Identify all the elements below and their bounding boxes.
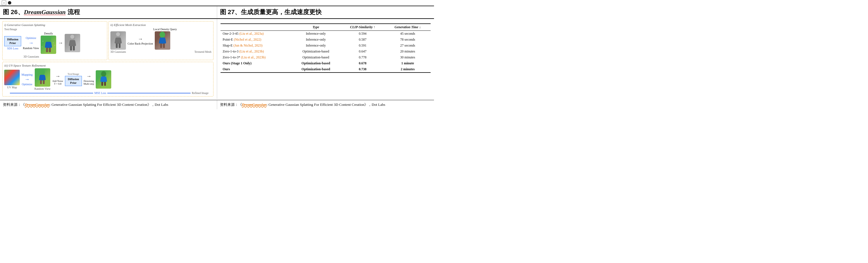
col-clip: CLIP-Similarity ↑: [341, 24, 385, 31]
cell-time: 2 minutes: [385, 66, 431, 72]
cell-time: 27 seconds: [385, 43, 431, 48]
color-bp-label: Color Back-Projection: [128, 42, 153, 45]
sds-loss-label: SDS Loss: [7, 47, 18, 50]
source-bar: 资料来源：《DreamGaussian: Generative Gaussian…: [0, 100, 434, 109]
cell-clip: 0.594: [341, 31, 385, 37]
cell-clip: 0.738: [341, 66, 385, 72]
mse-loss-label: MSE Loss: [94, 92, 106, 95]
table-row: Point-E (Nichol et al., 2022)Inference-o…: [220, 37, 431, 43]
optimize-label-1: Optimize: [26, 36, 36, 39]
character-3d-gaussian-1: [41, 36, 56, 54]
cell-type: Optimization-based: [291, 55, 341, 60]
uv-map-image: [4, 70, 20, 85]
left-panel: i) Generative Gaussian Splatting Text/Im…: [0, 19, 217, 99]
table-row: Zero-1-to-3* (Liu et al., 2023b)Optimiza…: [220, 55, 431, 60]
left-figure-title-bar: 图 26、DreamGaussian 流程: [0, 6, 217, 18]
svg-rect-43: [101, 82, 103, 86]
section-ii-char-1: [111, 31, 126, 50]
section-i-diagram: i) Generative Gaussian Splatting Text/Im…: [2, 21, 107, 60]
svg-rect-16: [73, 46, 75, 51]
uv-map-label: UV Map: [7, 86, 17, 89]
right-panel: Type CLIP-Similarity ↑ Generation Time ↓…: [217, 19, 434, 99]
svg-rect-22: [116, 43, 118, 48]
svg-rect-15: [70, 46, 72, 51]
optimize-label-2: Optimize: [22, 83, 32, 86]
left-figure-number: 图 26、DreamGaussian 流程: [3, 8, 80, 15]
cell-type: Inference-only: [291, 43, 341, 48]
svg-rect-5: [49, 48, 51, 52]
svg-rect-36: [40, 80, 42, 84]
table-row: One-2-3-45 (Liu et al., 2023a)Inference-…: [220, 31, 431, 37]
cell-type: Optimization-based: [291, 48, 341, 55]
section-iii-label: iii) UV-Space Texture Refinement: [4, 64, 212, 67]
refined-image-label: Refined Image: [192, 92, 208, 95]
svg-rect-29: [160, 43, 162, 48]
svg-point-7: [42, 41, 43, 42]
svg-point-31: [160, 32, 164, 36]
col-time: Generation Time ↓: [385, 24, 431, 31]
section-ii-diagram: ii) Efficient Mesh Extraction Local Dens…: [108, 21, 214, 60]
main-content: i) Generative Gaussian Splatting Text/Im…: [0, 18, 434, 99]
svg-rect-44: [104, 82, 106, 86]
svg-point-17: [70, 35, 74, 39]
mapping-label: Mapping: [22, 73, 33, 76]
cell-clip: 0.647: [341, 48, 385, 55]
cell-clip: 0.678: [341, 60, 385, 66]
random-view-label-1: Random View: [23, 46, 39, 50]
source-right: 资料来源：《DreamGaussian: Generative Gaussian…: [217, 100, 434, 109]
text-image-label-1: Text/Image: [4, 28, 17, 31]
right-figure-title: 图 27、生成质量更高，生成速度更快: [220, 8, 322, 15]
cell-method: Shap-E (Jun & Nichol, 2023): [220, 43, 291, 48]
cell-method: Zero-1-to-3 (Liu et al., 2023b): [220, 48, 291, 55]
svg-rect-23: [119, 43, 121, 48]
cell-type: Inference-only: [291, 31, 341, 37]
right-figure-title-bar: 图 27、生成质量更高，生成速度更快: [217, 6, 434, 18]
svg-point-45: [102, 72, 105, 75]
add-noise-label: Add NoiseT = 0.8: [52, 79, 63, 85]
cell-method: Ours (Stage 1 Only): [220, 60, 291, 66]
status-dot: [8, 1, 11, 4]
comparison-table: Type CLIP-Similarity ↑ Generation Time ↓…: [220, 24, 431, 73]
svg-rect-4: [46, 48, 48, 52]
section-iii-char-1: [35, 68, 50, 87]
section-i-label: i) Generative Gaussian Splatting: [4, 23, 105, 27]
cell-clip: 0.591: [341, 43, 385, 48]
cell-time: 78 seconds: [385, 37, 431, 43]
3d-gaussians-label-1: 3D Gaussians: [24, 55, 39, 58]
textured-mesh-label: Textured Mesh: [194, 50, 211, 53]
col-method: [220, 24, 291, 31]
random-view-label-2: Random View: [34, 87, 51, 90]
denoising-label: DenoisingMulti-step: [84, 79, 94, 85]
cell-time: 30 minutes: [385, 55, 431, 60]
section-titles: 图 26、DreamGaussian 流程 图 27、生成质量更高，生成速度更快: [0, 6, 434, 18]
character-3d-gaussian-2: [65, 34, 80, 52]
svg-point-9: [42, 46, 43, 47]
table-row: Zero-1-to-3 (Liu et al., 2023b)Optimizat…: [220, 48, 431, 55]
cell-time: 45 seconds: [385, 31, 431, 37]
col-type: Type: [291, 24, 341, 31]
3d-gaussians-label-2: 3D Gaussians: [111, 50, 126, 53]
cell-method: One-2-3-45 (Liu et al., 2023a): [220, 31, 291, 37]
diffusion-prior-box-2: DiffusionPrior: [65, 76, 82, 86]
diffusion-prior-box-1: DiffusionPrior: [4, 36, 21, 46]
top-diagrams-row: i) Generative Gaussian Splatting Text/Im…: [2, 21, 214, 60]
top-controls: +: [0, 0, 434, 6]
refined-image-char: [96, 70, 111, 89]
table-row: Shap-E (Jun & Nichol, 2023)Inference-onl…: [220, 43, 431, 48]
cell-type: Optimization-based: [291, 60, 341, 66]
local-density-label: Local Density Query: [119, 28, 212, 31]
table-row: OursOptimization-based0.7382 minutes: [220, 66, 431, 72]
cell-type: Inference-only: [291, 37, 341, 43]
expand-button[interactable]: +: [2, 1, 6, 5]
section-ii-label: ii) Efficient Mesh Extraction: [111, 23, 212, 27]
svg-point-10: [55, 45, 55, 46]
densify-label: Densify: [44, 32, 53, 35]
svg-point-24: [116, 32, 120, 36]
cell-method: Zero-1-to-3* (Liu et al., 2023b): [220, 55, 291, 60]
text-image-label-2: Text/Image: [67, 72, 79, 75]
cell-time: 20 minutes: [385, 48, 431, 55]
svg-point-6: [46, 36, 50, 40]
svg-point-38: [41, 70, 44, 73]
cell-method: Point-E (Nichol et al., 2022): [220, 37, 291, 43]
svg-rect-37: [43, 80, 44, 84]
